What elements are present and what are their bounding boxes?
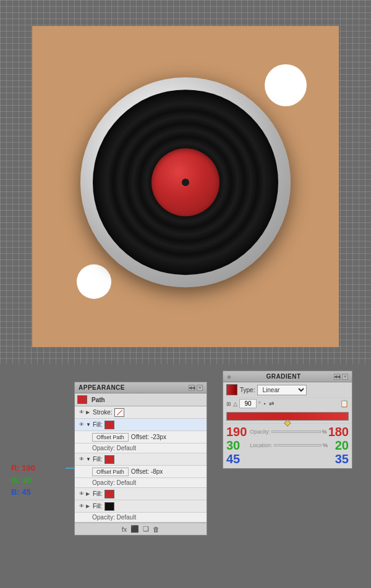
opacity1-label: Opacity: [92, 445, 116, 452]
opacity-row-3: Opacity: Default [75, 513, 207, 523]
g-left-value: 30 [226, 439, 249, 452]
r-right-value: 180 [328, 426, 349, 438]
fill2-swatch[interactable] [104, 455, 114, 464]
appearance-panel: APPEARANCE ◀◀ ≡ Path 👁 ▶ Stroke: 👁 ▼ Fil… [74, 382, 207, 536]
gradient-panel: ◆ GRADIENT ◀◀ ≡ Type: Linear Radial ⊞ △ … [223, 371, 352, 469]
path-label: Path [92, 397, 105, 403]
gradient-dot-icon: • [264, 401, 266, 407]
gradient-panel-header: ◆ GRADIENT ◀◀ ≡ [223, 371, 352, 382]
gradient-angle-row: ⊞ △ ° • ⇄ 📋 [223, 398, 352, 410]
g-right-value: 20 [329, 439, 349, 452]
gradient-options-icon[interactable]: ⊞ [226, 401, 231, 407]
r-slider-container: Opacity: % [249, 429, 328, 435]
fill4-arrow[interactable]: ▶ [86, 503, 91, 509]
path-swatch [77, 395, 87, 404]
opacity2-value: Default [116, 479, 136, 486]
opacity3-value: Default [116, 514, 136, 521]
record-hole [182, 178, 189, 186]
gradient-reverse-icon[interactable]: ⇄ [269, 400, 274, 407]
fill4-swatch[interactable] [104, 502, 114, 511]
panel-menu-btn[interactable]: ≡ [197, 385, 203, 391]
panel-controls: ◀◀ ≡ [189, 385, 203, 391]
appearance-bottom-bar: fx ⬛ ❑ 🗑 [75, 523, 207, 535]
opacity3-label: Opacity: [92, 514, 116, 521]
location-slider-g[interactable] [274, 444, 322, 447]
gradient-panel-title: GRADIENT [266, 373, 301, 380]
opacity-row-2: Opacity: Default [75, 478, 207, 488]
opacity1-value: Default [116, 445, 136, 452]
location-label-g: Location: [250, 442, 273, 448]
g-float: G: 30 [11, 474, 35, 487]
fill1-label: Fill: [93, 421, 103, 428]
opacity-row-1: Opacity: Default [75, 443, 207, 453]
fill2-eye-icon[interactable]: 👁 [77, 456, 86, 463]
gradient-preview-swatch [226, 384, 237, 395]
offset-path-row-1: Offset Path Offset: -23px [75, 431, 207, 443]
stroke-eye-icon[interactable]: 👁 [77, 410, 86, 416]
location-pct-g: % [323, 442, 328, 448]
fill-row-1: 👁 ▼ Fill: [75, 419, 207, 431]
fill1-arrow[interactable]: ▼ [86, 422, 91, 427]
fill-row-3: 👁 ▶ Fill: [75, 488, 207, 500]
b-row: 45 35 [226, 453, 349, 465]
rgb-float-values: R: 190 G: 30 B: 45 [11, 462, 35, 498]
stroke-arrow[interactable]: ▶ [86, 410, 91, 415]
gradient-type-select[interactable]: Linear Radial [257, 385, 307, 395]
record-disc [93, 90, 278, 275]
opacity-pct-r: % [322, 429, 327, 435]
g-slider-container: Location: % [249, 442, 329, 448]
artboard [32, 26, 339, 347]
fill-row-4: 👁 ▶ Fill: [75, 500, 207, 513]
fx-icon[interactable]: fx [122, 526, 127, 533]
duplicate-icon[interactable]: ❑ [143, 525, 149, 533]
fill2-arrow[interactable]: ▼ [86, 456, 91, 462]
fill4-eye-icon[interactable]: 👁 [77, 503, 86, 510]
offset-value-2: Offset: -8px [131, 468, 163, 475]
gradient-collapse-btn[interactable]: ◀◀ [334, 374, 340, 380]
path-row: Path [75, 393, 207, 406]
stroke-row: 👁 ▶ Stroke: [75, 406, 207, 419]
fill1-eye-icon[interactable]: 👁 [77, 422, 86, 428]
gradient-panel-controls: ◀◀ ≡ [334, 374, 348, 380]
opacity2-label: Opacity: [92, 479, 116, 486]
gradient-icon: ◆ [227, 374, 231, 380]
gradient-type-row: Type: Linear Radial [223, 382, 352, 398]
rgb-section: 190 Opacity: % 180 30 Location: % 20 [223, 423, 352, 468]
r-left-value: 190 [226, 426, 249, 438]
g-row: 30 Location: % 20 [226, 439, 349, 452]
gradient-copy-icon[interactable]: 📋 [340, 400, 349, 408]
r-float: R: 190 [11, 462, 35, 474]
b-float: B: 45 [11, 486, 35, 498]
fill-row-2: 👁 ▼ Fill: [75, 453, 207, 466]
vinyl-record [80, 77, 291, 287]
fill3-label: Fill: [93, 490, 103, 497]
gradient-angle-input[interactable] [239, 399, 257, 408]
degree-symbol: ° [258, 401, 261, 407]
fill2-label: Fill: [93, 456, 103, 463]
panel-collapse-btn[interactable]: ◀◀ [189, 385, 195, 391]
gradient-angle-icon: △ [233, 401, 237, 407]
fill3-arrow[interactable]: ▶ [86, 491, 91, 497]
offset-path-row-2: Offset Path Offset: -8px [75, 466, 207, 478]
opacity-slider-r[interactable] [271, 430, 321, 433]
offset-path-btn-1[interactable]: Offset Path [92, 433, 129, 442]
opacity-label-r: Opacity: [250, 429, 270, 435]
offset-path-btn-2[interactable]: Offset Path [92, 468, 129, 476]
record-label [151, 148, 220, 216]
gradient-bar-container [226, 412, 349, 421]
stroke-swatch [114, 408, 124, 417]
b-right-value: 35 [329, 453, 349, 465]
fill3-eye-icon[interactable]: 👁 [77, 491, 86, 497]
record-outer-ring [80, 77, 291, 287]
fill3-swatch[interactable] [104, 490, 114, 498]
canvas-area [0, 0, 371, 364]
stroke-label: Stroke: [93, 409, 113, 416]
fill1-swatch[interactable] [104, 421, 114, 429]
type-label: Type: [240, 387, 255, 393]
add-icon[interactable]: ⬛ [130, 525, 139, 533]
delete-icon[interactable]: 🗑 [153, 526, 160, 533]
gradient-menu-btn[interactable]: ≡ [342, 374, 348, 380]
fill4-label: Fill: [93, 503, 103, 510]
appearance-panel-header: APPEARANCE ◀◀ ≡ [75, 382, 207, 393]
panels-area: R: 190 G: 30 B: 45 APPEARANCE ◀◀ ≡ Path … [0, 371, 371, 588]
